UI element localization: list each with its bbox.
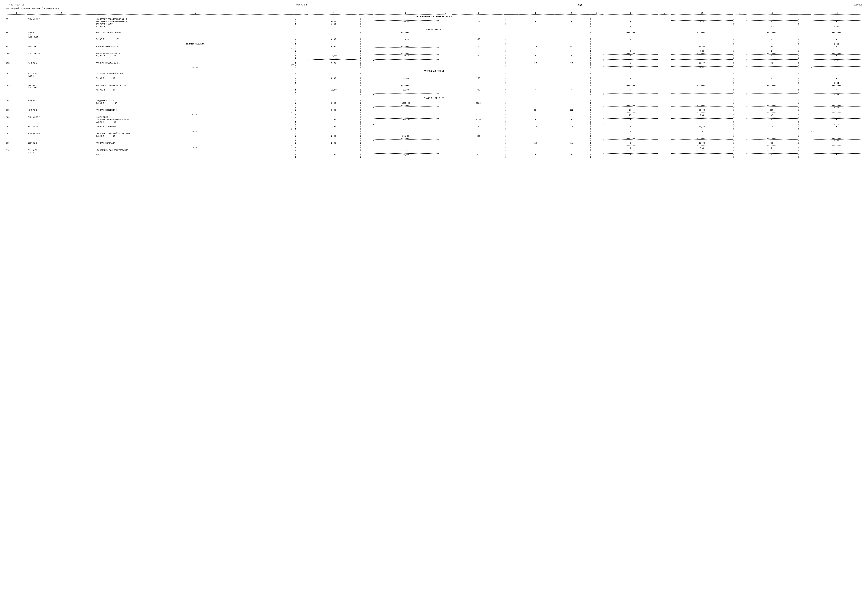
name-100-2: 51,000 КГ ШТ bbox=[96, 55, 294, 57]
row-106-line2: СМАЗОЧНО-ЗАПРАВОЧНЫЕ=С-101-3 : 1,00 1 11… bbox=[6, 118, 862, 121]
name-97-3: Ш=308=4К6-6209 bbox=[96, 23, 294, 25]
num-99: 99 bbox=[6, 45, 27, 48]
doc-number: 1320009 bbox=[854, 4, 862, 7]
col-h-5: 5 bbox=[373, 12, 439, 15]
col-h-sep5: 1 bbox=[589, 12, 603, 15]
num-97: 97 bbox=[6, 18, 27, 21]
header: ТП 503-4-57с.88 Альбом 12 151 1320009 ПР… bbox=[6, 4, 862, 10]
name-97-2: ИНСТРУМЕНТА ШИНОРЕМОНТНИКА bbox=[96, 21, 294, 23]
name-106-2: СМАЗОЧНО-ЗАПРАВОЧНЫЕ=С-101-3 bbox=[96, 118, 294, 121]
section-2-title: СКЛАД МАСЕЛ bbox=[6, 28, 862, 31]
num-104: 104 bbox=[6, 99, 27, 102]
col-h-1: 1 bbox=[6, 12, 27, 15]
subtitle: ПРОГРАММНЫЙ КОМПЛЕКС АВС-ЗЕС ( РЕДАКЦИЯ … bbox=[6, 7, 62, 10]
code-104: 240601-21 bbox=[27, 99, 96, 102]
num-103: 103 bbox=[6, 84, 27, 89]
col-h-sep8: : bbox=[797, 12, 811, 15]
name-106: =УСТАНОВКИ bbox=[96, 116, 294, 118]
name-98-2: 0,137 Т ШТ bbox=[96, 38, 294, 40]
row-102-line3: : 1 -------- : : 1 -------- : -------- :… bbox=[6, 80, 862, 82]
col-h-sep7: : bbox=[733, 12, 746, 15]
col-h-2: 2 bbox=[27, 12, 96, 15]
row-100-line4: : 1 • : : 1 • : • : • : 0,20 bbox=[6, 59, 862, 62]
col-header-row: 1 2 3 : 4 1 5 : 6 : 7 8 1 9 : 10 : 11 : … bbox=[6, 12, 862, 15]
main-table: 1 2 3 : 4 1 5 : 6 : 7 8 1 9 : 10 : 11 : … bbox=[6, 12, 862, 158]
row-102-line1: 102 24-18-31П.254 =СТЕЛЛАЖ ПОЛОЧНЫЙ Р-32… bbox=[6, 72, 862, 77]
num-101: 101 bbox=[6, 62, 27, 64]
code-108: 240402-109 bbox=[27, 133, 96, 135]
name-104: =ПОДЪЕМНИК=П133 bbox=[96, 99, 294, 102]
num-106: 106 bbox=[6, 116, 27, 118]
col-h-4: 4 bbox=[308, 12, 359, 15]
name-100: =НАСОС=Ш5-25-3,6/4-5 bbox=[96, 52, 294, 55]
num-109: 109 bbox=[6, 142, 27, 144]
name-110-2: 1087 bbox=[96, 154, 294, 156]
num-102: 102 bbox=[6, 72, 27, 77]
num-105: 105 bbox=[6, 109, 27, 111]
price-label-98: ЦЕНА:1665.0,137 bbox=[96, 43, 294, 45]
section-title-row-4: УЧАСТОК ТО И ТР bbox=[6, 96, 862, 99]
row-97-line1: 97 240601-197 =КОМПЛЕКТ ПРИСПОСОБЛЕНИЙ И… bbox=[6, 18, 862, 21]
row-109-line1: 109 Ц36=31-8 =МОНТАЖ ВЕРСТАКА : 2,00 1 -… bbox=[6, 142, 862, 144]
col-h-sep2: 1 bbox=[359, 12, 372, 15]
code-105: У3-575-2 bbox=[27, 109, 96, 111]
row-104-line2: 0,910 Т ШТ : 3,00 1 1585,00 : 7925 : • •… bbox=[6, 102, 862, 104]
name-99: =МОНТАЖ БАКА С-205Н bbox=[96, 45, 294, 48]
code-98: 23-03Ч.IIП.02-001М bbox=[27, 31, 96, 38]
section-title-row-3: РАСХОДНАЯ СКЛАД bbox=[6, 69, 862, 72]
row-103-line4: : 1 • : : 1 • : • : • : 0,58 bbox=[6, 93, 862, 96]
code-99: Ц18-2-1 bbox=[27, 45, 96, 48]
col-h-3: 3 bbox=[96, 12, 294, 15]
row-100-line3: : -------- 1 -------- : : 1 -------- : -… bbox=[6, 57, 862, 59]
row-110-line2: 1087 : 3,00 1 21,00 : 63 : • • 1 • : • :… bbox=[6, 154, 862, 156]
num-110: 110 bbox=[6, 149, 27, 154]
row-101-line1: 101 У7-281-8 =МОНТАЖ НАСОСА Ш5-25 : 6,00… bbox=[6, 62, 862, 64]
row-107-line3: 18,10 : 1 : : 1 1 : 1,25 : 1 : • bbox=[6, 130, 862, 133]
name-97-4: 13,000 КГ ШТ bbox=[96, 25, 294, 28]
row-101-line3: 14,70 : 1 : : 1 2 : 0,59 : 2 : • bbox=[6, 67, 862, 69]
section-4-title: УЧАСТОК ТО И ТР bbox=[6, 96, 862, 99]
col-h-12: 12 bbox=[811, 12, 862, 15]
name-98: =БАК ДЛЯ МАСЛА С=205Н bbox=[96, 31, 294, 38]
name-104-2: 0,910 Т ШТ bbox=[96, 102, 294, 104]
row-105-line2: ШТ : 1 : : 1 -------- : -------- : -----… bbox=[6, 111, 862, 114]
row-98-line3: : 1 -------- : : 1 -------- : -------- :… bbox=[6, 40, 862, 43]
name-101: =МОНТАЖ НАСОСА Ш5-25 bbox=[96, 62, 294, 64]
section-3-title: РАСХОДНАЯ СКЛАД bbox=[6, 69, 862, 72]
row-106-line3: 0,280 Т ШТ : 1 -------- : : 1 -------- :… bbox=[6, 121, 862, 123]
col-h-9: 9 bbox=[603, 12, 658, 15]
row-99-line1: 99 Ц18-2-1 =МОНТАЖ БАКА С-205Н : 6,00 1 … bbox=[6, 45, 862, 48]
code-102: 24-18-31П.254 bbox=[27, 72, 96, 77]
row-104-line3: : 1 -------- : : 1 -------- : -------- :… bbox=[6, 104, 862, 107]
row-108-line1: 108 240402-109 =ВЕРСТАК СЛЕСАРНЫЙ=ВС-00=… bbox=[6, 133, 862, 135]
row-103-line3: : 1 -------- : : 1 -------- : -------- :… bbox=[6, 91, 862, 93]
name-108: =ВЕРСТАК СЛЕСАРНЫЙ=ВС-00=000А bbox=[96, 133, 294, 135]
col-h-6: 6 bbox=[452, 12, 504, 15]
name-105: =МОНТАЖ ПОДЪЕМНИКА bbox=[96, 109, 294, 111]
name-106-3: 0,280 Т ШТ bbox=[96, 121, 294, 123]
section-1-title: АВТОПОКРЫШЕК С РЫВКИМ ВАЛОМ bbox=[6, 15, 862, 18]
code-100: 2301-11010 bbox=[27, 52, 96, 55]
row-108-line3: : 1 -------- : : 1 -------- : -------- :… bbox=[6, 137, 862, 140]
row-103-line2: 48,000 КГ ШТ : 12,00 1 50,00 : 600 : • •… bbox=[6, 89, 862, 91]
row-97-line4: 13,000 КГ ШТ : 1 • : : 1 • : • : • : 0,0… bbox=[6, 25, 862, 28]
row-97-line3: Ш=308=4К6-6209 : 1,00 1 -------- : : 1 -… bbox=[6, 23, 862, 25]
name-102-2: 0,180 Т ШТ bbox=[96, 77, 294, 80]
row-104-line4: : 1 • : : 1 • : • : • : 6,55 bbox=[6, 107, 862, 109]
name-108-2: 0,192 Т ШТ bbox=[96, 135, 294, 138]
row-103-line1: 103 24-18-38П.02-011 =СЕКЦИЯ СТЕЛЛАЖА ОР… bbox=[6, 84, 862, 89]
row-110-line1: 110 24-18-31П.228 =ПОДСТАВКА ПОД ОБОРУДО… bbox=[6, 149, 862, 154]
num-108: 108 bbox=[6, 133, 27, 135]
row-105-line1: 105 У3-575-2 =МОНТАЖ ПОДЪЕМНИКА : 3,00 1… bbox=[6, 109, 862, 111]
row-107-line2: ШТ : 1 : : 1 -------- : -------- : -----… bbox=[6, 128, 862, 130]
name-103-2: 48,000 КГ ШТ bbox=[96, 89, 294, 91]
code-107: У7-281-10 bbox=[27, 126, 96, 128]
col-h-sep1: : bbox=[294, 12, 308, 15]
row-107-line1: 107 У7-281-10 =МОНТАЖ УСТАНОВКИ : 1,00 1… bbox=[6, 126, 862, 128]
num-98: 98 bbox=[6, 31, 27, 38]
num-107: 107 bbox=[6, 126, 27, 128]
code-110: 24-18-31П.228 bbox=[27, 149, 96, 154]
num-100: 100 bbox=[6, 52, 27, 55]
col-h-7: 7 bbox=[518, 12, 554, 15]
code-109: Ц36=31-8 bbox=[27, 142, 96, 144]
